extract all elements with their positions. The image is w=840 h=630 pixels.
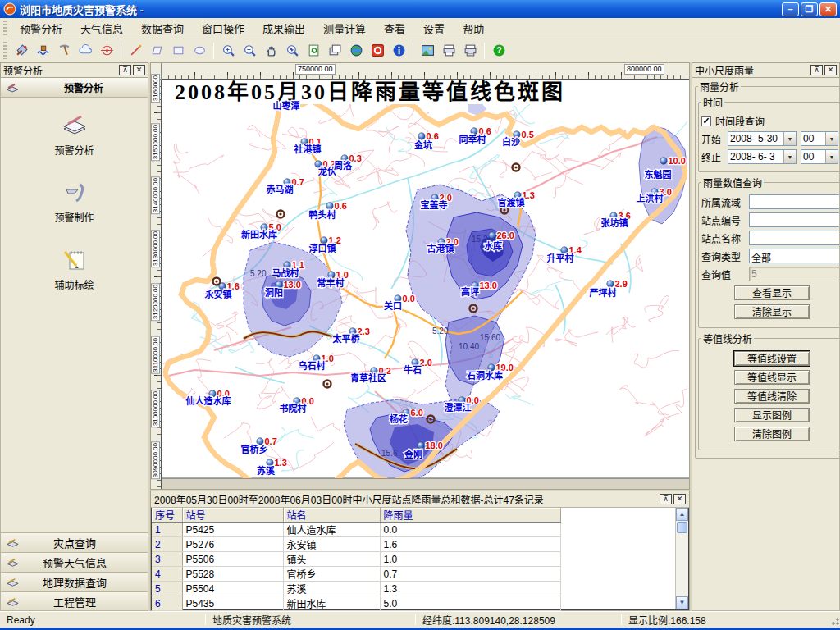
satellite-dish-icon[interactable] [11, 41, 31, 61]
station-marker[interactable] [328, 272, 335, 278]
start-hour-combo[interactable]: 00 ▼ [801, 131, 838, 146]
menu-item-3[interactable]: 数据查询 [132, 18, 193, 39]
station-marker[interactable] [326, 203, 333, 209]
zoom-in-icon[interactable] [218, 41, 238, 61]
tool-item-aux-plot[interactable]: 辅助标绘 [1, 245, 148, 291]
table-column-header[interactable]: 降雨量 [380, 508, 560, 523]
basin-combo[interactable]: ▼ [749, 194, 840, 209]
tool-item-warning-compose[interactable]: 预警制作 [1, 178, 148, 224]
table-column-header[interactable]: 站号 [182, 508, 283, 523]
end-hour-combo[interactable]: 00 ▼ [801, 149, 838, 164]
table-column-header[interactable]: 站名 [283, 508, 380, 523]
rectangle-draw-icon[interactable] [168, 41, 188, 61]
station-marker[interactable] [267, 459, 273, 466]
contour-button-2[interactable]: 等值线显示 [734, 370, 810, 385]
menu-item-9[interactable]: 帮助 [454, 18, 493, 39]
info-icon[interactable] [389, 41, 409, 61]
table-row[interactable]: 3P5506镇头1.0 [152, 552, 560, 567]
station-marker[interactable] [607, 281, 614, 287]
pick-tool-icon[interactable] [54, 41, 74, 61]
station-marker[interactable] [488, 364, 495, 371]
scroll-thumb[interactable] [677, 522, 687, 533]
clear-display-button[interactable]: 清除显示 [734, 304, 810, 319]
line-draw-icon[interactable] [126, 41, 145, 61]
table-row[interactable]: 1P5425仙人造水库0.0 [152, 523, 560, 537]
refresh-page-icon[interactable] [304, 41, 323, 61]
station-marker[interactable] [660, 158, 667, 164]
toolbar-grip[interactable] [3, 42, 7, 60]
polygon-draw-icon[interactable] [147, 41, 167, 61]
table-row[interactable]: 2P5276永安镇1.6 [152, 537, 560, 552]
tool-item-warning-analysis[interactable]: 预警分析 [1, 111, 148, 157]
help-icon[interactable]: ? [489, 41, 509, 61]
menubar-grip[interactable] [3, 21, 7, 37]
close-icon[interactable]: ✕ [673, 494, 686, 504]
end-date-combo[interactable]: 2008- 6- 3 ▼ [728, 149, 797, 164]
print-preview-icon[interactable] [460, 41, 480, 61]
station-marker[interactable] [418, 133, 425, 139]
station-marker[interactable] [418, 442, 424, 449]
menu-item-5[interactable]: 成果输出 [253, 18, 314, 39]
map-canvas[interactable]: 2008年05月30日降雨量等值线色斑图 5.2015.25.2015.6010… [162, 80, 689, 489]
close-icon[interactable]: ✕ [824, 65, 837, 75]
sidebar-item-2[interactable]: 预警天气信息 [0, 552, 148, 572]
sidebar-item-1[interactable]: 灾点查询 [0, 532, 148, 552]
pin-icon[interactable]: ⊼ [119, 65, 131, 75]
close-button[interactable]: ✕ [819, 2, 837, 16]
show-display-button[interactable]: 查看显示 [734, 285, 810, 300]
pin-icon[interactable]: ⊼ [660, 494, 672, 504]
chevron-down-icon[interactable]: ▼ [783, 150, 796, 163]
query-type-combo[interactable]: 全部 ▼ [749, 249, 840, 263]
left-panel-group-header[interactable]: 预警分析 [0, 78, 148, 98]
table-column-header[interactable]: 序号 [152, 508, 182, 523]
minimize-button[interactable]: – [782, 2, 799, 16]
sidebar-item-3[interactable]: 地理数据查询 [0, 572, 148, 591]
station-marker[interactable] [561, 247, 568, 253]
zoom-window-icon[interactable] [282, 41, 302, 61]
menu-item-7[interactable]: 查看 [375, 18, 414, 39]
table-row[interactable]: 4P5528官桥乡0.7 [152, 567, 560, 582]
stop-icon[interactable] [368, 41, 387, 61]
menu-item-1[interactable]: 预警分析 [11, 18, 71, 39]
ellipse-draw-icon[interactable] [189, 41, 209, 61]
cascade-windows-icon[interactable] [325, 41, 345, 61]
chevron-down-icon[interactable]: ▼ [783, 132, 796, 145]
station-marker[interactable] [489, 232, 495, 239]
station-marker[interactable] [471, 128, 477, 135]
pin-icon[interactable]: ⊼ [810, 65, 823, 75]
station-marker[interactable] [219, 283, 226, 290]
time-range-checkbox[interactable]: ✓ [701, 116, 711, 126]
table-row[interactable]: 5P5504苏溪1.3 [152, 582, 560, 596]
print-icon[interactable] [439, 41, 459, 61]
chevron-down-icon[interactable]: ▼ [825, 132, 838, 145]
close-icon[interactable]: ✕ [133, 65, 145, 75]
scroll-down-button[interactable]: ▼ [676, 596, 688, 609]
resize-grip[interactable] [829, 614, 840, 626]
station-marker[interactable] [257, 438, 263, 445]
chevron-down-icon[interactable]: ▼ [825, 150, 838, 163]
sidebar-item-4[interactable]: 工程管理 [0, 591, 148, 611]
maximize-button[interactable]: ❐ [801, 2, 818, 16]
menu-item-4[interactable]: 窗口操作 [193, 18, 253, 39]
station-marker[interactable] [284, 262, 290, 268]
station-name-input[interactable] [749, 231, 840, 245]
menu-item-8[interactable]: 设置 [414, 18, 454, 39]
start-date-combo[interactable]: 2008- 5-30 ▼ [728, 131, 797, 146]
contour-button-5[interactable]: 清除图例 [734, 427, 810, 441]
contour-button-4[interactable]: 显示图例 [734, 408, 810, 422]
scroll-track[interactable] [676, 534, 688, 596]
target-icon[interactable] [97, 41, 116, 61]
flood-analysis-icon[interactable] [33, 41, 52, 61]
cloud-icon[interactable] [75, 41, 95, 61]
station-no-input[interactable] [749, 212, 840, 227]
menu-item-6[interactable]: 测量计算 [314, 18, 375, 39]
contour-button-1[interactable]: 等值线设置 [734, 351, 810, 366]
globe-icon[interactable] [346, 41, 366, 61]
zoom-out-icon[interactable] [240, 41, 259, 61]
scroll-up-button[interactable]: ▲ [676, 508, 688, 521]
image-export-icon[interactable] [418, 41, 437, 61]
menu-item-2[interactable]: 天气信息 [71, 18, 132, 39]
contour-button-3[interactable]: 等值线清除 [734, 389, 810, 404]
station-marker[interactable] [276, 281, 282, 288]
pan-hand-icon[interactable] [261, 41, 281, 61]
